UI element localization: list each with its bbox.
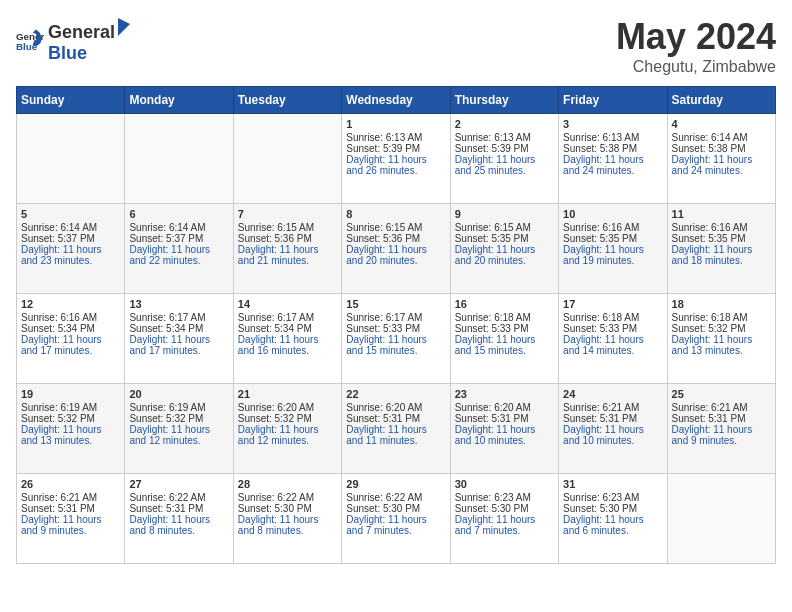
- cell-content-line: Sunrise: 6:16 AM: [563, 222, 662, 233]
- cell-content-line: Daylight: 11 hours and 12 minutes.: [129, 424, 228, 446]
- day-number: 15: [346, 298, 445, 310]
- cell-content-line: Sunrise: 6:15 AM: [346, 222, 445, 233]
- cell-content-line: Sunset: 5:34 PM: [21, 323, 120, 334]
- day-of-week-header: Saturday: [667, 87, 775, 114]
- calendar-cell: 7Sunrise: 6:15 AMSunset: 5:36 PMDaylight…: [233, 204, 341, 294]
- day-number: 17: [563, 298, 662, 310]
- day-number: 8: [346, 208, 445, 220]
- cell-content-line: Daylight: 11 hours and 24 minutes.: [672, 154, 771, 176]
- cell-content-line: Sunset: 5:38 PM: [672, 143, 771, 154]
- cell-content-line: Sunset: 5:30 PM: [238, 503, 337, 514]
- day-number: 19: [21, 388, 120, 400]
- cell-content-line: Sunrise: 6:21 AM: [563, 402, 662, 413]
- calendar-week-row: 1Sunrise: 6:13 AMSunset: 5:39 PMDaylight…: [17, 114, 776, 204]
- day-of-week-header: Tuesday: [233, 87, 341, 114]
- cell-content-line: Sunrise: 6:17 AM: [129, 312, 228, 323]
- cell-content-line: Sunset: 5:32 PM: [21, 413, 120, 424]
- day-number: 21: [238, 388, 337, 400]
- logo: General Blue General Blue: [16, 16, 133, 64]
- cell-content-line: Sunrise: 6:21 AM: [21, 492, 120, 503]
- calendar-cell: 2Sunrise: 6:13 AMSunset: 5:39 PMDaylight…: [450, 114, 558, 204]
- calendar-cell: 8Sunrise: 6:15 AMSunset: 5:36 PMDaylight…: [342, 204, 450, 294]
- cell-content-line: Sunrise: 6:13 AM: [455, 132, 554, 143]
- cell-content-line: Sunrise: 6:18 AM: [672, 312, 771, 323]
- calendar-cell: 6Sunrise: 6:14 AMSunset: 5:37 PMDaylight…: [125, 204, 233, 294]
- cell-content-line: Daylight: 11 hours and 16 minutes.: [238, 334, 337, 356]
- calendar-cell: 3Sunrise: 6:13 AMSunset: 5:38 PMDaylight…: [559, 114, 667, 204]
- cell-content-line: Daylight: 11 hours and 10 minutes.: [455, 424, 554, 446]
- day-number: 9: [455, 208, 554, 220]
- calendar-header: SundayMondayTuesdayWednesdayThursdayFrid…: [17, 87, 776, 114]
- cell-content-line: Sunrise: 6:22 AM: [346, 492, 445, 503]
- cell-content-line: Daylight: 11 hours and 17 minutes.: [129, 334, 228, 356]
- cell-content-line: Sunset: 5:37 PM: [129, 233, 228, 244]
- logo-text-blue: Blue: [48, 43, 87, 63]
- cell-content-line: Daylight: 11 hours and 7 minutes.: [455, 514, 554, 536]
- calendar-week-row: 26Sunrise: 6:21 AMSunset: 5:31 PMDayligh…: [17, 474, 776, 564]
- calendar-cell: 18Sunrise: 6:18 AMSunset: 5:32 PMDayligh…: [667, 294, 775, 384]
- calendar-cell: [667, 474, 775, 564]
- cell-content-line: Sunset: 5:31 PM: [563, 413, 662, 424]
- cell-content-line: Daylight: 11 hours and 26 minutes.: [346, 154, 445, 176]
- cell-content-line: Sunrise: 6:21 AM: [672, 402, 771, 413]
- title-block: May 2024 Chegutu, Zimbabwe: [616, 16, 776, 76]
- calendar-body: 1Sunrise: 6:13 AMSunset: 5:39 PMDaylight…: [17, 114, 776, 564]
- cell-content-line: Daylight: 11 hours and 22 minutes.: [129, 244, 228, 266]
- calendar-cell: 5Sunrise: 6:14 AMSunset: 5:37 PMDaylight…: [17, 204, 125, 294]
- cell-content-line: Sunset: 5:31 PM: [346, 413, 445, 424]
- cell-content-line: Sunrise: 6:13 AM: [563, 132, 662, 143]
- cell-content-line: Sunset: 5:33 PM: [455, 323, 554, 334]
- calendar-cell: 28Sunrise: 6:22 AMSunset: 5:30 PMDayligh…: [233, 474, 341, 564]
- cell-content-line: Daylight: 11 hours and 17 minutes.: [21, 334, 120, 356]
- calendar-cell: 12Sunrise: 6:16 AMSunset: 5:34 PMDayligh…: [17, 294, 125, 384]
- calendar-cell: 20Sunrise: 6:19 AMSunset: 5:32 PMDayligh…: [125, 384, 233, 474]
- cell-content-line: Sunset: 5:33 PM: [346, 323, 445, 334]
- calendar-cell: 19Sunrise: 6:19 AMSunset: 5:32 PMDayligh…: [17, 384, 125, 474]
- day-of-week-header: Sunday: [17, 87, 125, 114]
- day-number: 31: [563, 478, 662, 490]
- cell-content-line: Sunset: 5:35 PM: [672, 233, 771, 244]
- cell-content-line: Daylight: 11 hours and 7 minutes.: [346, 514, 445, 536]
- logo-triangle-icon: [116, 16, 132, 38]
- cell-content-line: Sunrise: 6:15 AM: [238, 222, 337, 233]
- calendar-cell: 14Sunrise: 6:17 AMSunset: 5:34 PMDayligh…: [233, 294, 341, 384]
- day-of-week-header: Wednesday: [342, 87, 450, 114]
- calendar-cell: 22Sunrise: 6:20 AMSunset: 5:31 PMDayligh…: [342, 384, 450, 474]
- day-number: 23: [455, 388, 554, 400]
- cell-content-line: Daylight: 11 hours and 8 minutes.: [129, 514, 228, 536]
- calendar-cell: 15Sunrise: 6:17 AMSunset: 5:33 PMDayligh…: [342, 294, 450, 384]
- month-title: May 2024: [616, 16, 776, 58]
- cell-content-line: Daylight: 11 hours and 11 minutes.: [346, 424, 445, 446]
- calendar-cell: 27Sunrise: 6:22 AMSunset: 5:31 PMDayligh…: [125, 474, 233, 564]
- calendar-cell: 25Sunrise: 6:21 AMSunset: 5:31 PMDayligh…: [667, 384, 775, 474]
- cell-content-line: Daylight: 11 hours and 24 minutes.: [563, 154, 662, 176]
- cell-content-line: Sunset: 5:30 PM: [346, 503, 445, 514]
- cell-content-line: Daylight: 11 hours and 15 minutes.: [346, 334, 445, 356]
- cell-content-line: Daylight: 11 hours and 20 minutes.: [346, 244, 445, 266]
- cell-content-line: Sunrise: 6:20 AM: [346, 402, 445, 413]
- calendar-week-row: 5Sunrise: 6:14 AMSunset: 5:37 PMDaylight…: [17, 204, 776, 294]
- cell-content-line: Sunrise: 6:16 AM: [21, 312, 120, 323]
- cell-content-line: Daylight: 11 hours and 8 minutes.: [238, 514, 337, 536]
- calendar-cell: 11Sunrise: 6:16 AMSunset: 5:35 PMDayligh…: [667, 204, 775, 294]
- day-number: 22: [346, 388, 445, 400]
- cell-content-line: Daylight: 11 hours and 9 minutes.: [672, 424, 771, 446]
- day-number: 7: [238, 208, 337, 220]
- day-number: 5: [21, 208, 120, 220]
- cell-content-line: Daylight: 11 hours and 20 minutes.: [455, 244, 554, 266]
- cell-content-line: Daylight: 11 hours and 6 minutes.: [563, 514, 662, 536]
- cell-content-line: Sunset: 5:31 PM: [21, 503, 120, 514]
- cell-content-line: Sunset: 5:31 PM: [672, 413, 771, 424]
- calendar-cell: 26Sunrise: 6:21 AMSunset: 5:31 PMDayligh…: [17, 474, 125, 564]
- calendar-cell: [233, 114, 341, 204]
- cell-content-line: Sunset: 5:34 PM: [129, 323, 228, 334]
- cell-content-line: Sunrise: 6:20 AM: [238, 402, 337, 413]
- cell-content-line: Daylight: 11 hours and 23 minutes.: [21, 244, 120, 266]
- day-number: 20: [129, 388, 228, 400]
- cell-content-line: Sunrise: 6:15 AM: [455, 222, 554, 233]
- cell-content-line: Sunrise: 6:17 AM: [238, 312, 337, 323]
- day-number: 27: [129, 478, 228, 490]
- calendar-cell: 16Sunrise: 6:18 AMSunset: 5:33 PMDayligh…: [450, 294, 558, 384]
- cell-content-line: Sunrise: 6:14 AM: [672, 132, 771, 143]
- cell-content-line: Daylight: 11 hours and 21 minutes.: [238, 244, 337, 266]
